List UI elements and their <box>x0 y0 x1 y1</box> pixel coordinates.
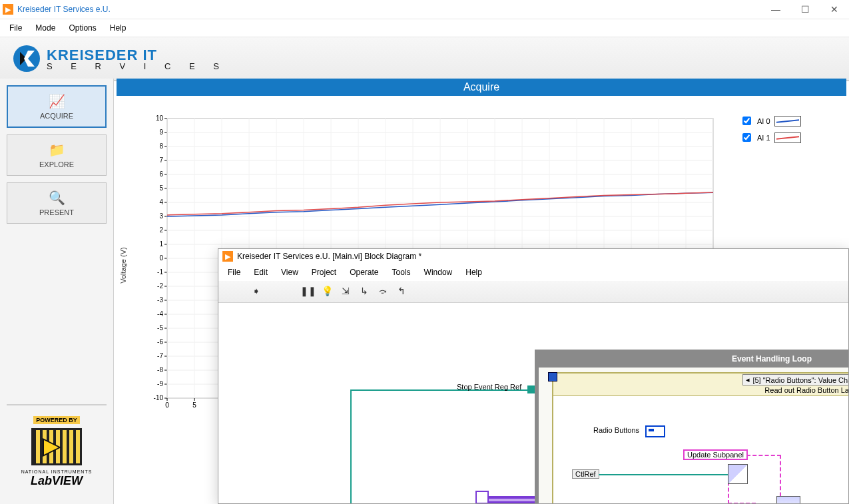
page-title: Acquire <box>117 79 846 96</box>
step-out-icon[interactable]: ↰ <box>396 285 408 297</box>
event-case-label: [5] "Radio Buttons": Value Change <box>752 376 848 384</box>
close-button[interactable]: ✕ <box>820 0 849 19</box>
svg-text:7: 7 <box>159 156 163 164</box>
sidebar-label-acquire: ACQUIRE <box>40 112 73 120</box>
event-structure: ◂ [5] "Radio Buttons": Value Change ▾ ▸ … <box>552 372 848 503</box>
subwin-icon: ▶ <box>222 251 233 262</box>
wire-teal <box>350 389 545 503</box>
svg-text:-8: -8 <box>157 366 163 374</box>
sidebar-icon-explore: 📁 <box>49 142 65 158</box>
sidebar-label-present: PRESENT <box>39 208 74 216</box>
event-loop-frame: Event Handling Loop ◂ [5] "Radio Buttons… <box>535 350 848 503</box>
terminal-radio-buttons[interactable] <box>645 425 665 437</box>
loop-title: Event Handling Loop <box>539 354 848 368</box>
sidebar-item-acquire[interactable]: 📈 ACQUIRE <box>7 85 107 128</box>
menu-file[interactable]: File <box>4 22 27 34</box>
sidebar-icon-acquire: 📈 <box>49 93 65 109</box>
subwin-toolbar: ➧ ❚❚ 💡 ⇲ ↳ ⤼ ↰ <box>218 281 848 303</box>
menu-options[interactable]: Options <box>63 22 101 34</box>
logo-icon <box>12 44 41 73</box>
sub-menu-help[interactable]: Help <box>460 266 487 278</box>
svg-text:-3: -3 <box>157 296 163 304</box>
sub-menu-view[interactable]: View <box>276 266 304 278</box>
logo-sub: S E R V I C E S <box>47 61 227 71</box>
legend-swatch-ai0 <box>774 116 801 126</box>
svg-text:-2: -2 <box>157 282 163 290</box>
sub-menu-operate[interactable]: Operate <box>344 266 384 278</box>
sub-menu-tools[interactable]: Tools <box>387 266 416 278</box>
svg-text:-6: -6 <box>157 338 163 346</box>
block-diagram-window[interactable]: ▶ Kreiseder IT Services e.U. [Main.vi] B… <box>218 248 849 504</box>
node-ctlref[interactable]: CtlRef <box>572 469 599 479</box>
svg-text:6: 6 <box>159 170 163 178</box>
svg-text:1: 1 <box>159 240 163 248</box>
svg-text:5: 5 <box>192 401 196 409</box>
svg-text:-10: -10 <box>154 394 164 401</box>
header: KREISEDER IT S E R V I C E S <box>0 37 849 81</box>
legend-checkbox-ai1[interactable] <box>742 133 751 142</box>
retain-icon[interactable]: ⇲ <box>340 285 352 297</box>
legend-checkbox-ai0[interactable] <box>742 117 751 125</box>
menubar: File Mode Options Help <box>0 19 849 37</box>
svg-text:9: 9 <box>159 128 163 136</box>
svg-text:4: 4 <box>159 198 163 206</box>
event-prev-icon[interactable]: ◂ <box>746 376 750 384</box>
sub-menu-project[interactable]: Project <box>306 266 342 278</box>
event-subtitle: Read out Radio Button Label <box>764 385 848 395</box>
svg-text:-4: -4 <box>157 310 163 318</box>
wire-ctlref <box>599 474 728 475</box>
svg-text:0: 0 <box>159 254 163 262</box>
subwin-title: Kreiseder IT Services e.U. [Main.vi] Blo… <box>237 252 422 261</box>
maximize-button[interactable]: ☐ <box>790 0 820 19</box>
minimize-button[interactable]: — <box>761 0 790 19</box>
bus-tunnel-left <box>475 491 489 503</box>
step-into-icon[interactable]: ↳ <box>358 285 370 297</box>
titlebar: ▶ Kreiseder IT Services e.U. — ☐ ✕ <box>0 0 849 19</box>
powered-by: POWERED BY NATIONAL INSTRUMENTS LabVIEW <box>7 404 107 497</box>
svg-text:-5: -5 <box>157 324 163 332</box>
app-title: Kreiseder IT Services e.U. <box>17 5 111 14</box>
sidebar-label-explore: EXPLORE <box>39 160 74 168</box>
loop-tunnel <box>548 372 557 381</box>
node-update-subpanel[interactable]: Update Subpanel <box>683 449 748 460</box>
svg-text:5: 5 <box>159 184 163 192</box>
legend-swatch-ai1 <box>774 132 801 143</box>
legend-item-ai1[interactable]: AI 1 <box>740 131 801 144</box>
svg-text:2: 2 <box>159 226 163 234</box>
pause-icon[interactable]: ❚❚ <box>302 285 314 297</box>
svg-text:3: 3 <box>159 212 163 220</box>
sidebar-item-present[interactable]: 🔍 PRESENT <box>7 182 107 224</box>
label-stop-event-ref: Stop Event Reg Ref <box>457 383 521 391</box>
svg-text:-9: -9 <box>157 380 163 387</box>
subpanel-vi-node[interactable] <box>776 496 800 503</box>
run-icon[interactable]: ➧ <box>250 285 262 297</box>
legend-label-ai0: AI 0 <box>757 117 770 125</box>
legend-item-ai0[interactable]: AI 0 <box>740 115 801 127</box>
y-axis-label: Voltage (V) <box>119 247 127 283</box>
sub-menu-edit[interactable]: Edit <box>248 266 273 278</box>
step-over-icon[interactable]: ⤼ <box>377 285 389 297</box>
subwin-titlebar[interactable]: ▶ Kreiseder IT Services e.U. [Main.vi] B… <box>218 249 848 264</box>
event-case-selector[interactable]: ◂ [5] "Radio Buttons": Value Change ▾ ▸ <box>742 374 848 385</box>
property-node[interactable] <box>728 464 748 484</box>
sidebar: 📈 ACQUIRE 📁 EXPLORE 🔍 PRESENT POWERED BY… <box>0 79 114 504</box>
menu-help[interactable]: Help <box>105 22 132 34</box>
sub-menu-window[interactable]: Window <box>419 266 458 278</box>
powered-ni: NATIONAL INSTRUMENTS <box>16 469 97 474</box>
svg-text:0: 0 <box>165 401 169 409</box>
menu-mode[interactable]: Mode <box>30 22 61 34</box>
label-radio-buttons: Radio Buttons <box>593 426 639 434</box>
block-diagram-canvas[interactable]: Stop Event Reg Ref Event Handling Loop ◂… <box>218 303 848 503</box>
svg-text:-1: -1 <box>157 268 163 276</box>
highlight-icon[interactable]: 💡 <box>321 285 333 297</box>
svg-text:8: 8 <box>159 142 163 150</box>
legend-label-ai1: AI 1 <box>757 134 770 142</box>
subwin-menubar: File Edit View Project Operate Tools Win… <box>218 264 848 281</box>
svg-text:-7: -7 <box>157 352 163 360</box>
sub-menu-file[interactable]: File <box>222 266 246 278</box>
powered-product: LabVIEW <box>16 474 97 488</box>
app-icon: ▶ <box>3 4 13 15</box>
sidebar-item-explore[interactable]: 📁 EXPLORE <box>7 134 107 176</box>
powered-tag: POWERED BY <box>33 416 80 424</box>
sidebar-icon-present: 🔍 <box>49 190 65 206</box>
